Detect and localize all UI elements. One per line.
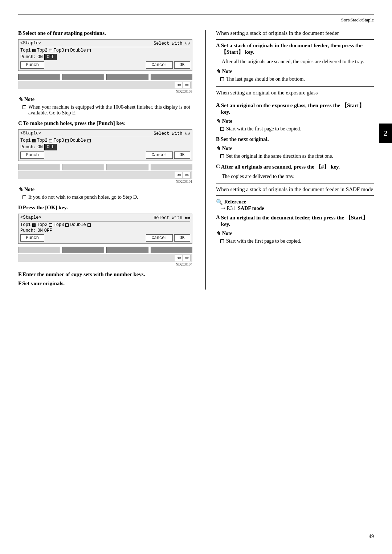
punch-label-3: Punch: bbox=[20, 228, 36, 233]
right-step-a-exposure: A Set an original on the exposure glass,… bbox=[216, 102, 374, 115]
left-column: B Select one of four stapling positions.… bbox=[18, 30, 192, 290]
paper-slot-1a bbox=[18, 74, 60, 80]
note-b-header: ✎ Note bbox=[18, 96, 192, 103]
section-docfeeder-intro: When setting a stack of originals in the… bbox=[216, 30, 374, 36]
paper-slot-2c bbox=[106, 164, 148, 170]
note-docfeeder-item-1: The last page should be on the bottom. bbox=[220, 76, 374, 82]
right-step-a-exposure-text: Set an original on the exposure glass, t… bbox=[221, 102, 374, 115]
arrow-left-3[interactable]: ⇦ bbox=[175, 255, 183, 261]
top3-chk bbox=[65, 49, 69, 52]
right-section-docfeeder: When setting a stack of originals in the… bbox=[216, 30, 374, 82]
right-step-a-body: After all the originals are scanned, the… bbox=[222, 58, 374, 65]
note-exposure-b-checkbox bbox=[220, 154, 224, 158]
right-step-c-exposure-text: After all originals are scanned, press t… bbox=[221, 163, 340, 170]
paper-slot-2d bbox=[151, 164, 193, 170]
ui-box-2-title-row: <Staple> Select with ⇆⇄ bbox=[20, 131, 190, 137]
reference-sadf: 🔍 Reference ⇒ P.31 SADF mode bbox=[216, 199, 374, 211]
note-b-icon: ✎ bbox=[18, 96, 23, 103]
ui-top3: Top3 bbox=[54, 48, 64, 53]
note-c-text-1: If you do not wish to make punch holes, … bbox=[28, 194, 138, 200]
arrow-left-2[interactable]: ⇦ bbox=[175, 172, 183, 178]
reference-sadf-header: 🔍 Reference bbox=[216, 199, 374, 205]
arrow-right-2[interactable]: ⇨ bbox=[183, 172, 191, 178]
note-exposure-a-item-1: Start with the first page to be copied. bbox=[220, 126, 374, 132]
arrow-row-1: ⇦ ⇨ bbox=[18, 81, 192, 89]
note-exposure-a-header: ✎ Note bbox=[216, 118, 374, 125]
note-docfeeder-checkbox bbox=[220, 77, 224, 81]
note-sadf-item-1: Start with the first page to be copied. bbox=[220, 238, 374, 244]
top2-chk bbox=[49, 49, 52, 52]
ok-btn-1[interactable]: OK bbox=[174, 61, 190, 69]
arrow-right-1[interactable]: ⇨ bbox=[183, 82, 191, 88]
punch-on-2: ON bbox=[37, 145, 42, 150]
ok-btn-2[interactable]: OK bbox=[174, 151, 190, 159]
paper-slot-3a bbox=[18, 247, 60, 253]
punch-off-btn-1: OFF bbox=[44, 54, 57, 60]
ui-box-3-title-left: <Staple> bbox=[20, 215, 41, 221]
section-divider-3 bbox=[216, 99, 374, 99]
note-b-item-1: When your machine is equipped with the 1… bbox=[23, 104, 192, 116]
right-step-a-exposure-letter: A bbox=[216, 102, 220, 108]
img-code-2: ND2C0101 bbox=[18, 179, 192, 183]
double-chk bbox=[87, 49, 91, 52]
ui-box-3-bottom: Punch Cancel OK bbox=[20, 234, 190, 242]
note-sadf-label: Note bbox=[222, 231, 232, 236]
ui-top1: Top1 bbox=[20, 48, 31, 53]
double-chk-2 bbox=[87, 139, 91, 142]
diagram-2: ⇦ ⇨ ND2C0101 bbox=[18, 164, 192, 183]
note-exposure-b: ✎ Note Set the original in the same dire… bbox=[216, 145, 374, 159]
step-f-letter: F bbox=[18, 280, 21, 287]
ui3-top2: Top2 bbox=[37, 222, 48, 227]
ui-box-1-row2: Punch: ON OFF bbox=[20, 54, 190, 60]
ui3-double: Double bbox=[70, 222, 86, 227]
note-exposure-b-icon: ✎ bbox=[216, 145, 221, 152]
right-section-sadf: When setting a stack of originals in the… bbox=[216, 186, 374, 244]
ui-box-2-row1: Top1 Top2 Top3 Double bbox=[20, 138, 190, 143]
punch-off-btn-2: OFF bbox=[44, 144, 57, 150]
punch-btn-2[interactable]: Punch bbox=[20, 151, 44, 159]
img-code-1: ND2C0105 bbox=[18, 89, 192, 93]
cancel-btn-3[interactable]: Cancel bbox=[146, 234, 172, 242]
arrow-right-3[interactable]: ⇨ bbox=[183, 255, 191, 261]
section-b-heading: B Select one of four stapling positions. bbox=[18, 30, 192, 36]
right-step-b-exposure-letter: B bbox=[216, 136, 220, 142]
punch-on-3: ON bbox=[37, 228, 42, 233]
double-chk-3 bbox=[87, 223, 91, 227]
punch-off-3: OFF bbox=[44, 228, 52, 233]
cancel-btn-2[interactable]: Cancel bbox=[146, 151, 172, 159]
note-sadf-icon: ✎ bbox=[216, 230, 221, 237]
right-column: When setting a stack of originals in the… bbox=[205, 30, 374, 290]
note-b: ✎ Note When your machine is equipped wit… bbox=[18, 96, 192, 116]
arrow-left-1[interactable]: ⇦ bbox=[175, 82, 183, 88]
punch-btn-3[interactable]: Punch bbox=[20, 234, 44, 242]
arrow-row-2: ⇦ ⇨ bbox=[18, 171, 192, 179]
paper-area-3 bbox=[18, 247, 192, 253]
note-c-checkbox bbox=[23, 195, 26, 199]
reference-sadf-icon: 🔍 bbox=[216, 199, 223, 205]
note-exposure-b-text: Set the original in the same direction a… bbox=[226, 153, 333, 159]
ui-box-1: <Staple> Select with ⇆⇄ Top1 Top2 Top3 D… bbox=[18, 39, 192, 71]
ui2-double: Double bbox=[70, 138, 86, 143]
note-exposure-a-checkbox bbox=[220, 127, 224, 131]
section-divider-4 bbox=[216, 183, 374, 183]
ok-btn-3[interactable]: OK bbox=[174, 234, 190, 242]
top2-chk-2 bbox=[49, 139, 52, 142]
step-b-text: Select one of four stapling positions. bbox=[23, 30, 106, 36]
note-exposure-a: ✎ Note Start with the first page to be c… bbox=[216, 118, 374, 132]
step-d-text: Press the [OK] key. bbox=[23, 205, 68, 211]
punch-btn-1[interactable]: Punch bbox=[20, 61, 44, 69]
ui-box-2-title-right: Select with ⇆⇄ bbox=[154, 131, 190, 136]
note-sadf: ✎ Note Start with the first page to be c… bbox=[216, 230, 374, 244]
page-container: Sort/Stack/Staple 2 B Select one of four… bbox=[0, 0, 392, 554]
step-c-letter: C bbox=[18, 120, 22, 126]
right-step-c-exposure: C After all originals are scanned, press… bbox=[216, 163, 374, 170]
step-e-letter: E bbox=[18, 271, 22, 278]
right-step-a-sadf: A Set an original in the document feeder… bbox=[216, 214, 374, 227]
cancel-btn-1[interactable]: Cancel bbox=[146, 61, 172, 69]
paper-slot-1d bbox=[151, 74, 193, 80]
section-c-heading: C To make punch holes, press the [Punch]… bbox=[18, 120, 192, 126]
ui3-top1: Top1 bbox=[20, 222, 31, 227]
top3-chk-3 bbox=[65, 223, 69, 227]
step-e-text: Enter the number of copy sets with the n… bbox=[23, 271, 145, 278]
right-step-c-exposure-letter: C bbox=[216, 163, 220, 170]
